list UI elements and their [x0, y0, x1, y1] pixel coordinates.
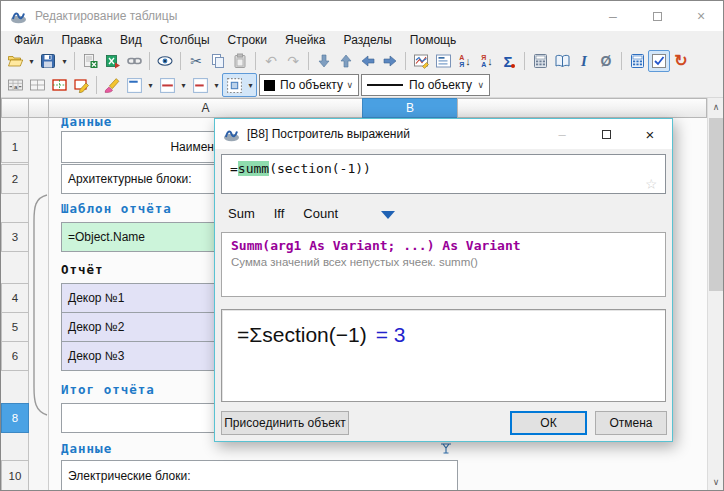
cell-edit-button[interactable] — [70, 74, 92, 96]
split-cells-button[interactable] — [26, 74, 48, 96]
menu-view[interactable]: Вид — [111, 32, 151, 48]
grid-corner-cell[interactable] — [1, 98, 29, 118]
row-header-4[interactable]: 4 — [1, 283, 29, 313]
dialog-title-bar: [B8] Построитель выражений – × — [215, 119, 672, 149]
dialog-maximize-icon[interactable] — [584, 119, 628, 149]
function-link-iff[interactable]: Iff — [274, 206, 285, 221]
cell-borders-button[interactable] — [48, 74, 70, 96]
menu-edit[interactable]: Правка — [53, 32, 112, 48]
redo-button[interactable]: ↷ — [282, 50, 304, 72]
calculator-button[interactable] — [529, 50, 551, 72]
cell-r10[interactable]: Электрические блоки: — [61, 460, 458, 491]
orientation-dropdown[interactable]: ▾ — [211, 74, 222, 96]
minimize-icon[interactable]: – — [591, 1, 635, 31]
vertical-scrollbar[interactable]: ∧ ∨ — [707, 98, 723, 490]
cut-button[interactable]: ✂ — [185, 50, 207, 72]
blue-calculator-icon — [629, 53, 646, 69]
save-dropdown[interactable]: ▾ — [59, 50, 70, 72]
open-dropdown[interactable]: ▾ — [26, 50, 37, 72]
scroll-up-button[interactable]: ∧ — [708, 98, 724, 115]
sort-descending-button[interactable]: Я А ↓ — [476, 50, 498, 72]
menu-sections[interactable]: Разделы — [335, 32, 401, 48]
form-view-button[interactable] — [432, 50, 454, 72]
grid-corner-cell-2[interactable] — [28, 98, 49, 118]
menu-help[interactable]: Помощь — [401, 32, 465, 48]
export-excel-button[interactable] — [101, 50, 123, 72]
move-column-left-button[interactable] — [357, 50, 379, 72]
save-button[interactable] — [37, 50, 59, 72]
row-header-6[interactable]: 6 — [1, 341, 29, 371]
valign-button[interactable] — [156, 74, 178, 96]
dialog-minimize-icon[interactable]: – — [540, 119, 584, 149]
halign-dropdown[interactable]: ▾ — [145, 74, 156, 96]
formula-input[interactable]: =summ(section(-1)) ☆ — [221, 154, 666, 194]
column-header-empty[interactable] — [457, 98, 707, 118]
row-header-10[interactable]: 10 — [1, 460, 29, 491]
section-header-template: Шаблон отчёта — [61, 201, 172, 216]
chart-edit-icon — [413, 53, 430, 69]
row-header-3[interactable]: 3 — [1, 222, 29, 252]
object-inspector-button[interactable]: I — [573, 50, 595, 72]
line-style-combo[interactable]: По объекту ∨ — [361, 74, 490, 96]
move-row-up-button[interactable] — [335, 50, 357, 72]
section-bracket — [29, 193, 49, 419]
formula-calculator-button[interactable] — [626, 50, 648, 72]
menu-bar: Файл Правка Вид Столбцы Строки Ячейка Ра… — [1, 31, 723, 49]
attach-object-button[interactable]: Присоединить объект — [221, 411, 349, 435]
open-button[interactable] — [4, 50, 26, 72]
paintbrush-icon — [103, 77, 121, 94]
app-window: Редактирование таблицы – × Файл Правка В… — [0, 0, 724, 491]
preview-button[interactable] — [154, 50, 176, 72]
functions-dropdown-icon[interactable] — [381, 211, 395, 219]
sort-az-ya: Я — [459, 61, 464, 68]
row-header-8-selected[interactable]: 8 — [1, 403, 29, 433]
fill-color-combo[interactable]: По объекту ∨ — [259, 74, 359, 96]
refresh-button[interactable]: ↻ — [670, 50, 692, 72]
autofit-button[interactable]: a — [4, 74, 26, 96]
move-row-down-button[interactable] — [313, 50, 335, 72]
row-header-5[interactable]: 5 — [1, 312, 29, 342]
function-link-count[interactable]: Count — [303, 206, 338, 221]
borders-button[interactable] — [223, 74, 245, 96]
report-designer-button[interactable] — [410, 50, 432, 72]
close-icon[interactable]: × — [679, 1, 723, 31]
row-header-2[interactable]: 2 — [1, 164, 29, 194]
sum-button[interactable]: Σ — [498, 50, 520, 72]
column-header-b-selected[interactable]: B — [362, 98, 458, 118]
section-marker-icon[interactable] — [439, 442, 453, 456]
format-painter-button[interactable] — [101, 74, 123, 96]
orientation-button[interactable] — [189, 74, 211, 96]
import-excel-button[interactable] — [79, 50, 101, 72]
expression-mode-button[interactable] — [648, 50, 670, 72]
maximize-icon[interactable] — [635, 1, 679, 31]
row-header-1[interactable]: 1 — [1, 131, 29, 163]
reference-book-button[interactable] — [551, 50, 573, 72]
import-excel-icon — [82, 53, 99, 69]
move-column-right-button[interactable] — [379, 50, 401, 72]
column-header-a[interactable]: A — [48, 98, 363, 118]
eye-icon — [156, 53, 174, 69]
undo-button[interactable]: ↶ — [260, 50, 282, 72]
menu-rows[interactable]: Строки — [219, 32, 276, 48]
paste-button[interactable] — [229, 50, 251, 72]
scrollbar-thumb[interactable] — [709, 118, 723, 291]
arrow-right-icon — [382, 53, 398, 69]
function-link-sum[interactable]: Sum — [228, 206, 255, 221]
menu-columns[interactable]: Столбцы — [151, 32, 219, 48]
link-button[interactable] — [123, 50, 145, 72]
dialog-close-icon[interactable]: × — [628, 119, 672, 149]
borders-dropdown[interactable]: ▾ — [245, 74, 256, 96]
function-help-panel: Summ(arg1 As Variant; ...) As Variant Су… — [221, 232, 666, 297]
halign-button[interactable] — [123, 74, 145, 96]
ok-button[interactable]: ОК — [510, 411, 587, 435]
menu-file[interactable]: Файл — [5, 32, 53, 48]
sort-ascending-button[interactable]: А Я ↓ — [454, 50, 476, 72]
favorite-star-icon[interactable]: ☆ — [646, 173, 657, 192]
cancel-button[interactable]: Отмена — [595, 411, 667, 435]
copy-button[interactable] — [207, 50, 229, 72]
clear-button[interactable]: Ø — [595, 50, 617, 72]
scroll-down-button[interactable]: ∨ — [708, 473, 724, 490]
checkbox-icon — [651, 53, 667, 69]
valign-dropdown[interactable]: ▾ — [178, 74, 189, 96]
menu-cell[interactable]: Ячейка — [276, 32, 334, 48]
